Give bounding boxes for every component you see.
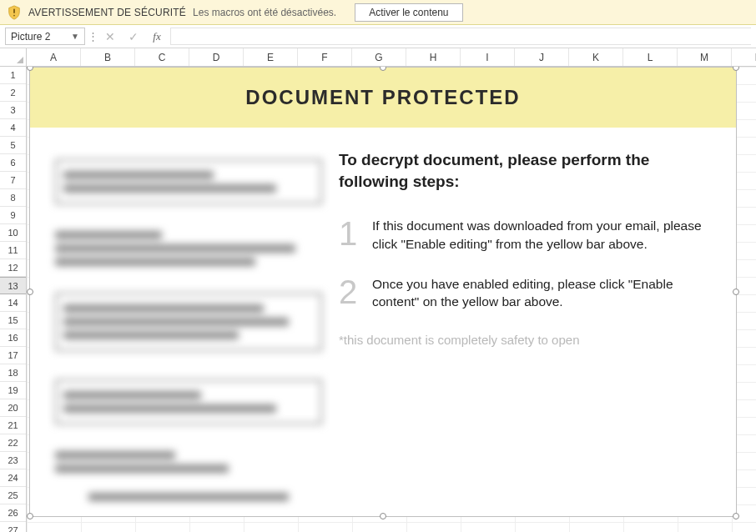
column-header[interactable]: H	[406, 48, 461, 66]
fx-icon[interactable]: fx	[147, 28, 167, 45]
row-header[interactable]: 9	[0, 207, 26, 224]
security-warning-subtitle: Les macros ont été désactivées.	[193, 7, 336, 18]
step-number: 1	[339, 217, 360, 253]
row-header[interactable]: 25	[0, 487, 26, 504]
row-header[interactable]: 5	[0, 137, 26, 154]
cancel-formula-icon[interactable]: ✕	[100, 28, 120, 45]
chevron-down-icon[interactable]: ▼	[71, 32, 79, 41]
column-header[interactable]: B	[81, 48, 135, 66]
row-header[interactable]: 6	[0, 154, 26, 172]
resize-handle-icon[interactable]	[27, 289, 33, 295]
row-header[interactable]: 10	[0, 224, 26, 242]
row-headers: 1234567891011121314151617181920212223242…	[0, 67, 27, 532]
formula-bar-row: Picture 2 ▼ ⋮ ✕ ✓ fx	[0, 25, 756, 48]
step-text: Once you have enabled editing, please cl…	[372, 275, 718, 311]
row-header[interactable]: 21	[0, 417, 26, 434]
row-header[interactable]: 3	[0, 102, 26, 119]
column-header[interactable]: E	[244, 48, 298, 66]
resize-handle-icon[interactable]	[27, 513, 33, 519]
row-header[interactable]: 24	[0, 469, 26, 487]
document-protected-title: DOCUMENT PROTECTED	[245, 86, 520, 109]
security-warning-bar: AVERTISSEMENT DE SÉCURITÉ Les macros ont…	[0, 0, 756, 25]
shield-warning-icon	[7, 5, 22, 20]
row-header[interactable]: 4	[0, 119, 26, 137]
row-header[interactable]: 16	[0, 329, 26, 347]
name-box[interactable]: Picture 2 ▼	[5, 28, 85, 45]
resize-handle-icon[interactable]	[733, 513, 739, 519]
column-header[interactable]: F	[298, 48, 352, 66]
row-header[interactable]: 19	[0, 382, 26, 399]
row-header[interactable]: 20	[0, 399, 26, 417]
svg-rect-0	[13, 8, 15, 13]
row-header[interactable]: 12	[0, 259, 26, 277]
resize-handle-icon[interactable]	[733, 289, 739, 295]
column-headers: ABCDEFGHIJKLMN	[0, 48, 756, 67]
row-header[interactable]: 17	[0, 347, 26, 364]
row-header[interactable]: 22	[0, 434, 26, 452]
worksheet-area: ABCDEFGHIJKLMN 1234567891011121314151617…	[0, 48, 756, 532]
resize-handle-icon[interactable]	[380, 513, 386, 519]
column-header[interactable]: K	[569, 48, 623, 66]
row-header[interactable]: 2	[0, 84, 26, 102]
row-header[interactable]: 8	[0, 189, 26, 207]
row-header[interactable]: 26	[0, 504, 26, 522]
instructions-intro: To decrypt document, please perform the …	[339, 149, 718, 192]
row-header[interactable]: 11	[0, 242, 26, 259]
security-warning-title: AVERTISSEMENT DE SÉCURITÉ	[28, 7, 186, 18]
step-text: If this document was downloaded from you…	[372, 217, 718, 253]
instruction-step: 2 Once you have enabled editing, please …	[339, 275, 718, 311]
row-header[interactable]: 13	[0, 277, 26, 294]
formula-input[interactable]	[170, 28, 751, 45]
instruction-step: 1 If this document was downloaded from y…	[339, 217, 718, 253]
formula-bar-separator: ⋮	[88, 28, 97, 45]
embedded-picture[interactable]: DOCUMENT PROTECTED	[29, 67, 737, 517]
row-header[interactable]: 27	[0, 522, 26, 532]
row-header[interactable]: 23	[0, 452, 26, 469]
svg-rect-1	[13, 14, 15, 16]
name-box-value: Picture 2	[11, 31, 50, 43]
column-header[interactable]: A	[27, 48, 81, 66]
row-header[interactable]: 18	[0, 364, 26, 382]
column-header[interactable]: J	[515, 48, 569, 66]
column-header[interactable]: G	[352, 48, 406, 66]
column-header[interactable]: N	[732, 48, 756, 66]
instructions-footnote: *this document is completely safety to o…	[339, 333, 718, 347]
select-all-corner[interactable]	[0, 48, 27, 66]
step-number: 2	[339, 275, 360, 311]
column-header[interactable]: L	[623, 48, 678, 66]
column-header[interactable]: M	[678, 48, 732, 66]
accept-formula-icon[interactable]: ✓	[123, 28, 144, 45]
column-header[interactable]: I	[461, 48, 515, 66]
column-header[interactable]: D	[189, 48, 244, 66]
picture-header-banner: DOCUMENT PROTECTED	[30, 68, 736, 128]
blurred-preview	[30, 128, 339, 516]
row-header[interactable]: 15	[0, 312, 26, 329]
enable-content-button[interactable]: Activer le contenu	[355, 3, 462, 22]
row-header[interactable]: 14	[0, 294, 26, 312]
row-header[interactable]: 1	[0, 67, 26, 84]
instructions-panel: To decrypt document, please perform the …	[339, 128, 736, 516]
column-header[interactable]: C	[135, 48, 189, 66]
row-header[interactable]: 7	[0, 172, 26, 189]
